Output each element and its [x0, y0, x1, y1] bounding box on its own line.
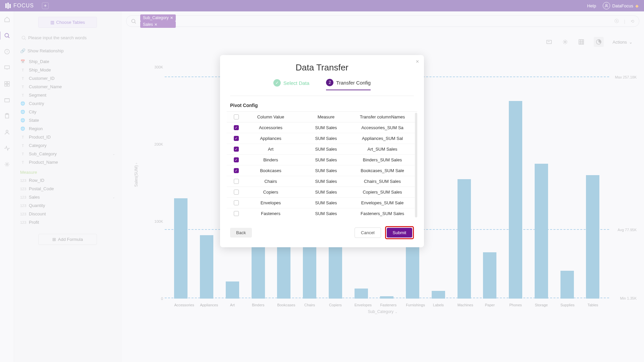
modal-steps: ✓ Select Data 2 Transfer Config	[220, 79, 424, 93]
config-row: ✓ArtSUM SalesArt_SUM Sales	[227, 144, 417, 155]
row-measure: SUM Sales	[299, 168, 353, 173]
config-row: CopiersSUM SalesCopiers_SUM Sales	[227, 187, 417, 198]
row-checkbox[interactable]: ✓	[234, 157, 239, 162]
row-checkbox[interactable]: ✓	[234, 168, 239, 173]
row-measure: SUM Sales	[299, 190, 353, 195]
row-measure: SUM Sales	[299, 147, 353, 152]
row-column-value: Binders	[242, 157, 299, 162]
row-column-value: Envelopes	[242, 200, 299, 205]
config-header-row: Column Value Measure Transfer columnName…	[227, 111, 417, 122]
row-checkbox[interactable]: ✓	[234, 147, 239, 152]
row-checkbox[interactable]	[234, 211, 239, 216]
row-transfer-name: Accessories_SUM Sa	[353, 125, 414, 130]
step-number-icon: 2	[326, 79, 333, 86]
step-select-data[interactable]: ✓ Select Data	[273, 79, 310, 90]
config-row: ✓AccessoriesSUM SalesAccessories_SUM Sa	[227, 122, 417, 133]
row-checkbox[interactable]: ✓	[234, 136, 239, 141]
config-row: ChairsSUM SalesChairs_SUM Sales	[227, 176, 417, 187]
row-column-value: Art	[242, 147, 299, 152]
row-measure: SUM Sales	[299, 200, 353, 205]
row-transfer-name: Bookcases_SUM Sale	[353, 168, 414, 173]
row-measure: SUM Sales	[299, 179, 353, 184]
row-column-value: Bookcases	[242, 168, 299, 173]
config-row: EnvelopesSUM SalesEnvelopes_SUM Sale	[227, 198, 417, 208]
row-column-value: Appliances	[242, 136, 299, 141]
row-transfer-name: Fasteners_SUM Sales	[353, 211, 414, 216]
config-row: ✓AppliancesSUM SalesAppliances_SUM Sal	[227, 133, 417, 144]
config-row: FastenersSUM SalesFasteners_SUM Sales	[227, 208, 417, 219]
row-measure: SUM Sales	[299, 125, 353, 130]
cancel-button[interactable]: Cancel	[355, 227, 381, 238]
col-column-value: Column Value	[242, 114, 299, 119]
row-measure: SUM Sales	[299, 136, 353, 141]
select-all-checkbox[interactable]	[234, 114, 239, 119]
row-transfer-name: Envelopes_SUM Sale	[353, 200, 414, 205]
row-checkbox[interactable]	[234, 179, 239, 184]
row-transfer-name: Binders_SUM Sales	[353, 157, 414, 162]
row-column-value: Fasteners	[242, 211, 299, 216]
col-measure: Measure	[299, 114, 353, 119]
row-transfer-name: Appliances_SUM Sal	[353, 136, 414, 141]
modal-close-button[interactable]: ✕	[416, 59, 419, 64]
row-transfer-name: Chairs_SUM Sales	[353, 179, 414, 184]
submit-highlight: Submit	[385, 226, 414, 239]
row-column-value: Chairs	[242, 179, 299, 184]
pivot-config-header: Pivot Config	[220, 101, 424, 111]
col-transfer-names: Transfer columnNames	[353, 114, 414, 119]
config-row: ✓BindersSUM SalesBinders_SUM Sales	[227, 155, 417, 165]
modal-title: Data Transfer	[220, 62, 424, 73]
config-row: ✓BookcasesSUM SalesBookcases_SUM Sale	[227, 165, 417, 176]
row-transfer-name: Copiers_SUM Sales	[353, 190, 414, 195]
back-button[interactable]: Back	[230, 228, 252, 238]
row-checkbox[interactable]	[234, 190, 239, 195]
row-column-value: Accessories	[242, 125, 299, 130]
step-transfer-config[interactable]: 2 Transfer Config	[326, 79, 371, 90]
modal-footer: Back Cancel Submit	[220, 219, 424, 239]
data-transfer-modal: ✕ Data Transfer ✓ Select Data 2 Transfer…	[220, 55, 424, 247]
step-select-data-label: Select Data	[283, 80, 310, 86]
row-checkbox[interactable]: ✓	[234, 125, 239, 130]
submit-button[interactable]: Submit	[387, 228, 412, 238]
config-table: Column Value Measure Transfer columnName…	[227, 111, 417, 219]
row-transfer-name: Art_SUM Sales	[353, 147, 414, 152]
step-transfer-config-label: Transfer Config	[336, 80, 371, 86]
row-measure: SUM Sales	[299, 157, 353, 162]
row-column-value: Copiers	[242, 190, 299, 195]
check-icon: ✓	[273, 79, 281, 87]
row-checkbox[interactable]	[234, 200, 239, 205]
row-measure: SUM Sales	[299, 211, 353, 216]
